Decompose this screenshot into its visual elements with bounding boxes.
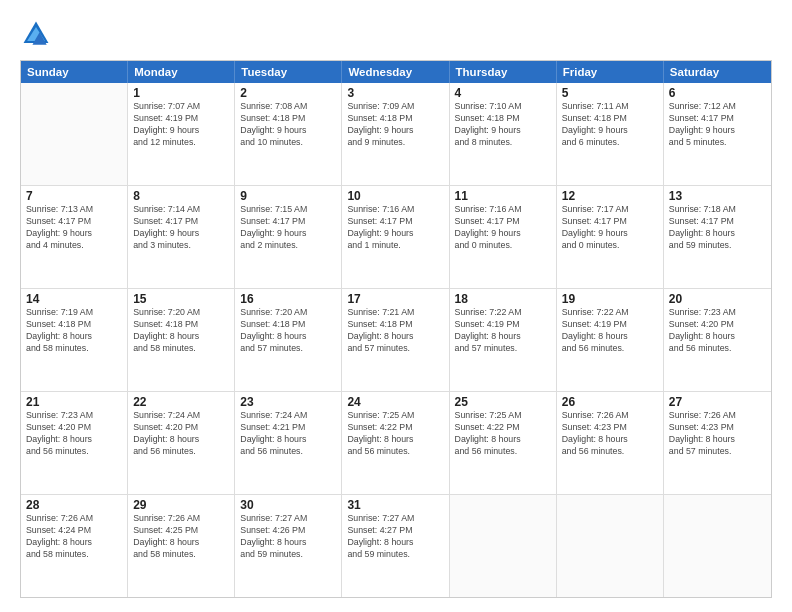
calendar-cell: 30Sunrise: 7:27 AM Sunset: 4:26 PM Dayli… [235,495,342,597]
calendar-cell: 26Sunrise: 7:26 AM Sunset: 4:23 PM Dayli… [557,392,664,494]
calendar-cell: 4Sunrise: 7:10 AM Sunset: 4:18 PM Daylig… [450,83,557,185]
day-number: 3 [347,86,443,100]
day-info: Sunrise: 7:10 AM Sunset: 4:18 PM Dayligh… [455,101,551,149]
day-number: 20 [669,292,766,306]
calendar-cell: 18Sunrise: 7:22 AM Sunset: 4:19 PM Dayli… [450,289,557,391]
day-info: Sunrise: 7:26 AM Sunset: 4:23 PM Dayligh… [669,410,766,458]
day-number: 15 [133,292,229,306]
day-number: 12 [562,189,658,203]
day-number: 4 [455,86,551,100]
calendar-cell: 3Sunrise: 7:09 AM Sunset: 4:18 PM Daylig… [342,83,449,185]
calendar-cell: 2Sunrise: 7:08 AM Sunset: 4:18 PM Daylig… [235,83,342,185]
day-number: 26 [562,395,658,409]
calendar-cell: 14Sunrise: 7:19 AM Sunset: 4:18 PM Dayli… [21,289,128,391]
calendar-cell: 23Sunrise: 7:24 AM Sunset: 4:21 PM Dayli… [235,392,342,494]
calendar-cell: 10Sunrise: 7:16 AM Sunset: 4:17 PM Dayli… [342,186,449,288]
cal-header-day: Thursday [450,61,557,83]
day-info: Sunrise: 7:27 AM Sunset: 4:26 PM Dayligh… [240,513,336,561]
day-info: Sunrise: 7:27 AM Sunset: 4:27 PM Dayligh… [347,513,443,561]
day-number: 8 [133,189,229,203]
day-number: 14 [26,292,122,306]
calendar: SundayMondayTuesdayWednesdayThursdayFrid… [20,60,772,598]
calendar-cell: 27Sunrise: 7:26 AM Sunset: 4:23 PM Dayli… [664,392,771,494]
day-number: 30 [240,498,336,512]
cal-header-day: Sunday [21,61,128,83]
day-number: 6 [669,86,766,100]
calendar-cell: 12Sunrise: 7:17 AM Sunset: 4:17 PM Dayli… [557,186,664,288]
day-info: Sunrise: 7:13 AM Sunset: 4:17 PM Dayligh… [26,204,122,252]
day-number: 9 [240,189,336,203]
calendar-cell [450,495,557,597]
day-number: 11 [455,189,551,203]
calendar-cell: 24Sunrise: 7:25 AM Sunset: 4:22 PM Dayli… [342,392,449,494]
day-info: Sunrise: 7:25 AM Sunset: 4:22 PM Dayligh… [455,410,551,458]
calendar-row: 7Sunrise: 7:13 AM Sunset: 4:17 PM Daylig… [21,185,771,288]
day-info: Sunrise: 7:17 AM Sunset: 4:17 PM Dayligh… [562,204,658,252]
day-info: Sunrise: 7:23 AM Sunset: 4:20 PM Dayligh… [26,410,122,458]
cal-header-day: Friday [557,61,664,83]
header [20,18,772,50]
day-info: Sunrise: 7:20 AM Sunset: 4:18 PM Dayligh… [240,307,336,355]
logo-icon [20,18,52,50]
day-info: Sunrise: 7:21 AM Sunset: 4:18 PM Dayligh… [347,307,443,355]
calendar-cell [664,495,771,597]
day-number: 5 [562,86,658,100]
day-info: Sunrise: 7:07 AM Sunset: 4:19 PM Dayligh… [133,101,229,149]
cal-header-day: Tuesday [235,61,342,83]
calendar-cell: 31Sunrise: 7:27 AM Sunset: 4:27 PM Dayli… [342,495,449,597]
calendar-cell: 7Sunrise: 7:13 AM Sunset: 4:17 PM Daylig… [21,186,128,288]
calendar-header: SundayMondayTuesdayWednesdayThursdayFrid… [21,61,771,83]
calendar-cell: 20Sunrise: 7:23 AM Sunset: 4:20 PM Dayli… [664,289,771,391]
cal-header-day: Monday [128,61,235,83]
calendar-cell: 13Sunrise: 7:18 AM Sunset: 4:17 PM Dayli… [664,186,771,288]
day-info: Sunrise: 7:12 AM Sunset: 4:17 PM Dayligh… [669,101,766,149]
day-info: Sunrise: 7:20 AM Sunset: 4:18 PM Dayligh… [133,307,229,355]
day-info: Sunrise: 7:22 AM Sunset: 4:19 PM Dayligh… [455,307,551,355]
day-number: 28 [26,498,122,512]
day-number: 22 [133,395,229,409]
calendar-cell: 29Sunrise: 7:26 AM Sunset: 4:25 PM Dayli… [128,495,235,597]
calendar-cell: 1Sunrise: 7:07 AM Sunset: 4:19 PM Daylig… [128,83,235,185]
calendar-cell: 5Sunrise: 7:11 AM Sunset: 4:18 PM Daylig… [557,83,664,185]
calendar-cell [21,83,128,185]
calendar-cell: 16Sunrise: 7:20 AM Sunset: 4:18 PM Dayli… [235,289,342,391]
day-info: Sunrise: 7:11 AM Sunset: 4:18 PM Dayligh… [562,101,658,149]
day-number: 25 [455,395,551,409]
day-info: Sunrise: 7:24 AM Sunset: 4:20 PM Dayligh… [133,410,229,458]
day-number: 2 [240,86,336,100]
day-info: Sunrise: 7:18 AM Sunset: 4:17 PM Dayligh… [669,204,766,252]
calendar-cell: 6Sunrise: 7:12 AM Sunset: 4:17 PM Daylig… [664,83,771,185]
day-info: Sunrise: 7:09 AM Sunset: 4:18 PM Dayligh… [347,101,443,149]
calendar-cell: 19Sunrise: 7:22 AM Sunset: 4:19 PM Dayli… [557,289,664,391]
calendar-cell: 8Sunrise: 7:14 AM Sunset: 4:17 PM Daylig… [128,186,235,288]
calendar-row: 14Sunrise: 7:19 AM Sunset: 4:18 PM Dayli… [21,288,771,391]
day-info: Sunrise: 7:22 AM Sunset: 4:19 PM Dayligh… [562,307,658,355]
page: SundayMondayTuesdayWednesdayThursdayFrid… [0,0,792,612]
calendar-cell: 11Sunrise: 7:16 AM Sunset: 4:17 PM Dayli… [450,186,557,288]
calendar-cell: 22Sunrise: 7:24 AM Sunset: 4:20 PM Dayli… [128,392,235,494]
day-info: Sunrise: 7:26 AM Sunset: 4:25 PM Dayligh… [133,513,229,561]
cal-header-day: Saturday [664,61,771,83]
logo [20,18,56,50]
day-info: Sunrise: 7:23 AM Sunset: 4:20 PM Dayligh… [669,307,766,355]
day-info: Sunrise: 7:14 AM Sunset: 4:17 PM Dayligh… [133,204,229,252]
day-info: Sunrise: 7:08 AM Sunset: 4:18 PM Dayligh… [240,101,336,149]
day-info: Sunrise: 7:24 AM Sunset: 4:21 PM Dayligh… [240,410,336,458]
day-info: Sunrise: 7:16 AM Sunset: 4:17 PM Dayligh… [455,204,551,252]
calendar-row: 28Sunrise: 7:26 AM Sunset: 4:24 PM Dayli… [21,494,771,597]
calendar-cell: 9Sunrise: 7:15 AM Sunset: 4:17 PM Daylig… [235,186,342,288]
day-number: 17 [347,292,443,306]
day-number: 18 [455,292,551,306]
calendar-cell: 25Sunrise: 7:25 AM Sunset: 4:22 PM Dayli… [450,392,557,494]
day-number: 1 [133,86,229,100]
calendar-body: 1Sunrise: 7:07 AM Sunset: 4:19 PM Daylig… [21,83,771,597]
calendar-cell: 17Sunrise: 7:21 AM Sunset: 4:18 PM Dayli… [342,289,449,391]
day-number: 31 [347,498,443,512]
day-number: 24 [347,395,443,409]
day-info: Sunrise: 7:26 AM Sunset: 4:24 PM Dayligh… [26,513,122,561]
day-info: Sunrise: 7:25 AM Sunset: 4:22 PM Dayligh… [347,410,443,458]
day-info: Sunrise: 7:19 AM Sunset: 4:18 PM Dayligh… [26,307,122,355]
calendar-row: 1Sunrise: 7:07 AM Sunset: 4:19 PM Daylig… [21,83,771,185]
calendar-row: 21Sunrise: 7:23 AM Sunset: 4:20 PM Dayli… [21,391,771,494]
day-number: 21 [26,395,122,409]
